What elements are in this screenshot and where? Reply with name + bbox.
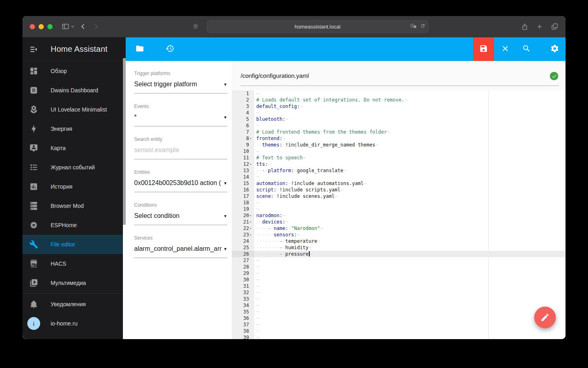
code-line-26[interactable]: 26········-·pressure¬: [232, 251, 566, 257]
search-button[interactable]: [517, 40, 536, 59]
code-line-32[interactable]: 32¬: [232, 289, 566, 296]
code-line-38[interactable]: 38¬: [232, 328, 566, 334]
save-button[interactable]: [473, 37, 494, 61]
fold-arrow-icon[interactable]: ▾: [249, 219, 254, 225]
code-line-2[interactable]: 2#·Loads·default·set·of·integrations.·Do…: [232, 97, 566, 103]
sidebar-item-esphome[interactable]: ESPHome: [22, 216, 123, 235]
code-line-19[interactable]: 19¬: [232, 206, 566, 212]
sidebar-item-ui-lovelace-minimalist[interactable]: UI Lovelace Minimalist: [22, 100, 123, 119]
code-line-5[interactable]: 5bluetooth:¬: [232, 116, 566, 122]
code-line-6[interactable]: 6¬: [232, 122, 566, 129]
code-line-27[interactable]: 27¬: [232, 257, 566, 264]
code-line-34[interactable]: 34¬: [232, 302, 566, 309]
field-select[interactable]: Select trigger platform▼: [134, 80, 227, 89]
zoom-window-button[interactable]: [47, 24, 53, 29]
code-line-14[interactable]: 14¬: [232, 174, 566, 180]
sidebar-item-io-home.ru[interactable]: iio-home.ru: [22, 314, 123, 333]
code-line-18[interactable]: 18¬: [232, 199, 566, 206]
code-line-36[interactable]: 36¬: [232, 315, 566, 321]
line-number: 2: [232, 97, 254, 103]
code-line-15[interactable]: 15automation:·!include·automations.yaml¬: [232, 180, 566, 187]
code-line-25[interactable]: 25········-·humidity¬: [232, 244, 566, 251]
sidebar-item-энергия[interactable]: Энергия: [22, 119, 123, 138]
sidebar-item-file-editor[interactable]: File editor: [22, 235, 123, 254]
address-bar[interactable]: homeassistant.local A 文: [207, 20, 429, 33]
code-line-16[interactable]: 16script:·!include·scripts.yaml¬: [232, 187, 566, 193]
sidebar-collapse-icon[interactable]: [29, 45, 38, 54]
shield-icon[interactable]: [192, 23, 199, 30]
fold-arrow-icon[interactable]: ▾: [249, 213, 254, 218]
sidebar-scrollbar[interactable]: [123, 58, 126, 339]
line-number: 14: [232, 174, 254, 180]
sidebar-item-история[interactable]: История: [22, 177, 123, 196]
code-line-8[interactable]: 8▾frontend:¬: [232, 135, 566, 142]
settings-button[interactable]: [545, 40, 564, 59]
code-line-30[interactable]: 30¬: [232, 277, 566, 283]
sidebar-item-dwains-dashboard[interactable]: DDwains Dashboard: [22, 81, 123, 100]
sidebar-toggle-icon[interactable]: [61, 22, 69, 30]
code-line-37[interactable]: 37¬: [232, 321, 566, 328]
code-line-22[interactable]: 22▾····-·name:·"Narodmon"¬: [232, 225, 566, 232]
sidebar-item-browser-mod[interactable]: Browser Mod: [22, 196, 123, 216]
sidebar-item-уведомления[interactable]: Уведомления: [22, 295, 123, 314]
code-line-17[interactable]: 17scene:·!include·scenes.yaml¬: [232, 193, 566, 199]
fold-arrow-icon[interactable]: ▾: [249, 226, 254, 231]
code-line-21[interactable]: 21▾··devices:¬: [232, 219, 566, 225]
edit-fab-button[interactable]: [534, 307, 556, 328]
tab-overview-icon[interactable]: [551, 23, 558, 30]
eol-marker: ¬: [310, 251, 312, 257]
back-button[interactable]: [80, 23, 86, 30]
fold-arrow-icon[interactable]: ▾: [249, 136, 254, 141]
field-label: Trigger platforms: [134, 71, 227, 77]
code-line-39[interactable]: 39¬: [232, 334, 566, 339]
code-line-23[interactable]: 23▾······sensors:¬: [232, 232, 566, 238]
code-line-9[interactable]: 9··themes:·!include_dir_merge_named·them…: [232, 142, 566, 148]
share-icon[interactable]: [521, 23, 528, 30]
code-line-20[interactable]: 20▾narodmon:¬: [232, 212, 566, 219]
field-input[interactable]: sensor.example: [134, 146, 227, 155]
chevron-down-icon[interactable]: [70, 24, 75, 29]
code-line-10[interactable]: 10¬: [232, 148, 566, 155]
code-line-24[interactable]: 24········-·temperature¬: [232, 238, 566, 244]
close-button[interactable]: [496, 40, 515, 59]
field-select[interactable]: Select condition▼: [134, 211, 227, 220]
reload-icon[interactable]: [420, 23, 425, 30]
minimize-window-button[interactable]: [39, 24, 44, 29]
sidebar-item-мультимедиа[interactable]: Мультимедиа: [22, 273, 123, 293]
file-history-button[interactable]: [160, 40, 180, 59]
sidebar-item-обзор[interactable]: Обзор: [22, 61, 123, 81]
line-number: 3: [232, 103, 254, 110]
code-line-28[interactable]: 28¬: [232, 264, 566, 270]
sidebar-item-hacs[interactable]: HACSHACS: [22, 254, 123, 273]
user-avatar: i: [27, 317, 40, 330]
field-value: Select condition: [134, 212, 180, 220]
field-select[interactable]: alarm_control_panel.alarm_arm…▼: [134, 244, 227, 253]
code-area[interactable]: 1¬2#·Loads·default·set·of·integrations.·…: [232, 90, 566, 339]
code-line-11[interactable]: 11#·Text·to·speech¬: [232, 155, 566, 161]
close-window-button[interactable]: [30, 24, 35, 29]
translate-icon[interactable]: A 文: [410, 24, 416, 30]
code-line-31[interactable]: 31¬: [232, 283, 566, 289]
fold-arrow-icon[interactable]: ▾: [249, 161, 254, 167]
forward-button[interactable]: [93, 23, 99, 30]
sidebar-item-журнал-событий[interactable]: Журнал событий: [22, 158, 123, 177]
code-line-33[interactable]: 33¬: [232, 296, 566, 302]
code-line-12[interactable]: 12▾tts:¬: [232, 161, 566, 167]
scrollbar-thumb[interactable]: [123, 58, 126, 225]
field-select[interactable]: 0x00124b00253b9d10 action (…▼: [134, 179, 227, 187]
field-select[interactable]: *▼: [134, 113, 227, 122]
new-tab-icon[interactable]: [536, 23, 543, 30]
code-line-3[interactable]: 3default_config:¬: [232, 103, 566, 110]
code-line-7[interactable]: 7#·Load·frontend·themes·from·the·themes·…: [232, 129, 566, 135]
fold-arrow-icon[interactable]: ▾: [249, 232, 254, 238]
code-line-1[interactable]: 1¬: [232, 90, 566, 97]
code-line-4[interactable]: 4¬: [232, 110, 566, 116]
code-line-35[interactable]: 35¬: [232, 309, 566, 315]
line-number: 38: [232, 328, 254, 334]
code-line-29[interactable]: 29¬: [232, 270, 566, 277]
sidebar-item-карта[interactable]: Карта: [22, 138, 123, 158]
code-line-13[interactable]: 13··-·platform:·google_translate¬: [232, 167, 566, 174]
editor-workspace: Trigger platformsSelect trigger platform…: [126, 61, 566, 339]
line-number: 29: [232, 270, 254, 277]
browse-files-button[interactable]: [130, 40, 149, 59]
